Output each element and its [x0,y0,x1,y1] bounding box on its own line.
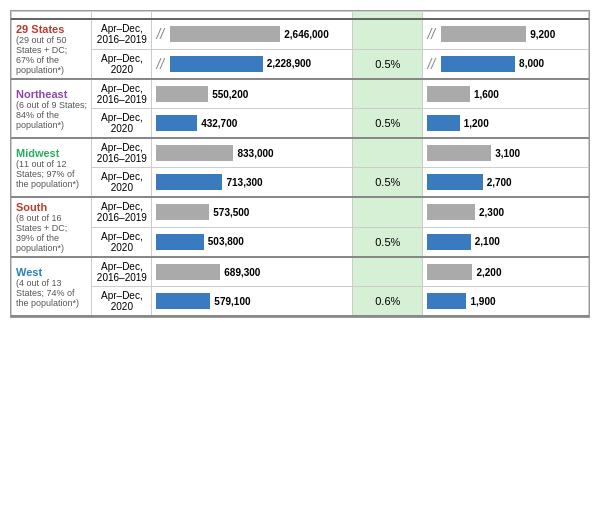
deaths-bar-cell: 1,200 [423,109,589,139]
hosp-value: 432,700 [201,118,237,129]
table-row: Midwest(11 out of 12 States; 97% of the … [12,138,589,168]
table-row: Apr–Dec, 2020579,1000.6%1,900 [12,287,589,317]
hosp-value: 689,300 [224,267,260,278]
deaths-bar-wrap: 2,100 [427,234,584,250]
region-name: West [16,266,87,278]
table-row: Northeast(6 out of 9 States; 84% of the … [12,79,589,109]
covid-pct-cell: 0.5% [353,109,423,139]
slash-icon: // [156,56,164,72]
hosp-bar-wrap: 432,700 [156,115,348,131]
deaths-bar-wrap: //8,000 [427,56,584,72]
hosp-value: 579,100 [214,296,250,307]
hosp-bar-wrap: //2,646,000 [156,26,348,42]
deaths-value: 1,900 [470,296,495,307]
hosp-bar-wrap: //2,228,900 [156,56,348,72]
hosp-bar-wrap: 550,200 [156,86,348,102]
hosp-value: 573,500 [213,207,249,218]
hosp-value: 503,800 [208,236,244,247]
time-period-cell: Apr–Dec, 2016–2019 [92,138,152,168]
deaths-bar [427,86,470,102]
deaths-bar-cell: 1,900 [423,287,589,317]
deaths-bar-wrap: 2,700 [427,174,584,190]
time-period-cell: Apr–Dec, 2016–2019 [92,257,152,287]
region-sub: (4 out of 13 States; 74% of the populati… [16,278,87,308]
region-name: South [16,201,87,213]
hosp-bar-wrap: 573,500 [156,204,348,220]
deaths-bar-wrap: //9,200 [427,26,584,42]
slash-icon: // [156,26,164,42]
deaths-bar-cell: 2,100 [423,227,589,257]
deaths-bar-cell: //8,000 [423,49,589,79]
hosp-bar [156,174,222,190]
hosp-bar-wrap: 579,100 [156,293,348,309]
hosp-bar [156,204,209,220]
deaths-bar-wrap: 1,600 [427,86,584,102]
region-name: 29 States [16,23,87,35]
hosp-bar-wrap: 503,800 [156,234,348,250]
hospitalizations-bar-cell: 579,100 [152,287,353,317]
hosp-bar [170,26,280,42]
table-row: Apr–Dec, 2020//2,228,9000.5%//8,000 [12,49,589,79]
deaths-value: 1,200 [464,118,489,129]
deaths-value: 1,600 [474,89,499,100]
time-period-cell: Apr–Dec, 2020 [92,227,152,257]
header-covid-pct [353,12,423,20]
hospitalizations-bar-cell: 573,500 [152,197,353,227]
time-period-cell: Apr–Dec, 2020 [92,287,152,317]
deaths-value: 2,700 [487,177,512,188]
deaths-bar [441,26,526,42]
deaths-bar [427,293,466,309]
deaths-bar-cell: 2,200 [423,257,589,287]
hosp-bar [156,264,220,280]
region-label-cell: Midwest(11 out of 12 States; 97% of the … [12,138,92,197]
table-row: Apr–Dec, 2020503,8000.5%2,100 [12,227,589,257]
hospitalizations-bar-cell: 503,800 [152,227,353,257]
table-row: Apr–Dec, 2020432,7000.5%1,200 [12,109,589,139]
deaths-bar-cell: 1,600 [423,79,589,109]
deaths-bar-wrap: 2,200 [427,264,584,280]
header-region [12,12,92,20]
region-sub: (29 out of 50 States + DC; 67% of the po… [16,35,87,75]
hosp-bar [156,115,197,131]
time-period-cell: Apr–Dec, 2016–2019 [92,79,152,109]
region-label-cell: South(8 out of 16 States + DC; 39% of th… [12,197,92,257]
covid-pct-cell: 0.5% [353,227,423,257]
deaths-bar-wrap: 1,900 [427,293,584,309]
hosp-bar [170,56,262,72]
region-name: Midwest [16,147,87,159]
hospitalizations-bar-cell: 833,000 [152,138,353,168]
covid-pct-cell [353,79,423,109]
hospitalizations-bar-cell: //2,646,000 [152,19,353,49]
deaths-bar-cell: 3,100 [423,138,589,168]
deaths-bar [427,234,470,250]
header-hospitalizations [152,12,353,20]
header-deaths [423,12,589,20]
hospitalizations-bar-cell: 432,700 [152,109,353,139]
region-label-cell: Northeast(6 out of 9 States; 84% of the … [12,79,92,138]
deaths-bar-wrap: 1,200 [427,115,584,131]
region-name: Northeast [16,88,87,100]
deaths-bar-wrap: 2,300 [427,204,584,220]
table-header [12,12,589,20]
slash-icon: // [427,26,435,42]
hospitalizations-bar-cell: 689,300 [152,257,353,287]
covid-pct-cell [353,19,423,49]
hosp-bar [156,145,233,161]
time-period-cell: Apr–Dec, 2020 [92,168,152,198]
hospitalizations-bar-cell: 550,200 [152,79,353,109]
table-row: West(4 out of 13 States; 74% of the popu… [12,257,589,287]
hosp-value: 833,000 [237,148,273,159]
hosp-value: 713,300 [226,177,262,188]
deaths-bar-cell: 2,700 [423,168,589,198]
hospitalizations-bar-cell: 713,300 [152,168,353,198]
hosp-value: 2,646,000 [284,29,329,40]
hosp-bar [156,86,208,102]
hospitalizations-bar-cell: //2,228,900 [152,49,353,79]
deaths-value: 2,300 [479,207,504,218]
time-period-cell: Apr–Dec, 2016–2019 [92,19,152,49]
hosp-bar-wrap: 833,000 [156,145,348,161]
deaths-value: 9,200 [530,29,555,40]
deaths-bar-cell: 2,300 [423,197,589,227]
header-time [92,12,152,20]
deaths-bar-cell: //9,200 [423,19,589,49]
